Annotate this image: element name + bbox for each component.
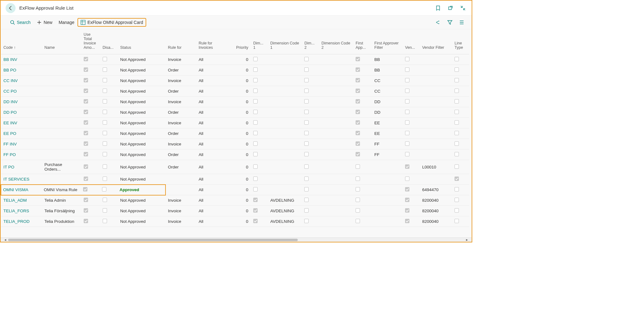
checkbox[interactable] — [356, 67, 360, 72]
checkbox[interactable] — [455, 187, 459, 191]
checkbox[interactable] — [84, 78, 88, 82]
checkbox[interactable] — [103, 208, 107, 213]
col-status[interactable]: Status — [118, 29, 166, 54]
checkbox[interactable] — [405, 198, 409, 202]
checkbox[interactable] — [304, 141, 309, 146]
checkbox[interactable] — [405, 208, 409, 213]
checkbox[interactable] — [304, 99, 309, 103]
checkbox[interactable] — [84, 131, 88, 135]
checkbox[interactable] — [253, 57, 258, 61]
checkbox[interactable] — [455, 78, 459, 82]
table-row[interactable]: DD PONot ApprovedOrderAll0DD — [1, 107, 469, 118]
code-link[interactable]: CC PO — [3, 89, 17, 94]
checkbox[interactable] — [356, 164, 360, 169]
col-first-app-filter[interactable]: First Approver Filter — [372, 29, 403, 54]
checkbox[interactable] — [253, 219, 258, 223]
collapse-button[interactable] — [459, 4, 467, 12]
scroll-left-icon[interactable]: ◄ — [2, 238, 8, 241]
checkbox[interactable] — [253, 99, 258, 103]
checkbox[interactable] — [405, 141, 409, 146]
checkbox[interactable] — [405, 78, 409, 82]
checkbox[interactable] — [304, 131, 309, 135]
code-link[interactable]: DD PO — [3, 110, 17, 115]
scroll-thumb[interactable] — [8, 239, 298, 241]
checkbox[interactable] — [455, 67, 459, 72]
share-button[interactable] — [434, 19, 442, 26]
checkbox[interactable] — [103, 164, 107, 169]
checkbox[interactable] — [84, 57, 88, 61]
checkbox[interactable] — [253, 120, 258, 125]
checkbox[interactable] — [253, 164, 258, 169]
checkbox[interactable] — [304, 164, 309, 169]
checkbox[interactable] — [103, 141, 107, 146]
checkbox[interactable] — [304, 67, 309, 72]
table-row[interactable]: IT SERVICESNot ApprovedAll0 — [1, 174, 469, 185]
checkbox[interactable] — [455, 152, 459, 156]
col-rule-for-invoices[interactable]: Rule for Invoices — [196, 29, 227, 54]
checkbox[interactable] — [356, 110, 360, 114]
checkbox[interactable] — [356, 120, 360, 125]
checkbox[interactable] — [253, 187, 258, 191]
checkbox[interactable] — [304, 78, 309, 82]
checkbox[interactable] — [84, 99, 88, 103]
checkbox[interactable] — [455, 164, 459, 169]
checkbox[interactable] — [356, 99, 360, 103]
code-link[interactable]: EE INV — [3, 121, 17, 125]
table-row[interactable]: TELIA_ADMTelia AdminNot ApprovedInvoiceA… — [1, 195, 469, 206]
checkbox[interactable] — [405, 187, 409, 191]
checkbox[interactable] — [356, 131, 360, 135]
checkbox[interactable] — [356, 198, 360, 202]
horizontal-scrollbar[interactable]: ◄ ► — [1, 237, 472, 242]
checkbox[interactable] — [84, 89, 88, 93]
table-row[interactable]: TELIA_FORSTelia FörsäljningNot ApprovedI… — [1, 206, 469, 216]
checkbox[interactable] — [84, 208, 88, 213]
checkbox[interactable] — [304, 152, 309, 156]
col-vendor-filter[interactable]: Vendor Filter — [420, 29, 452, 54]
table-row[interactable]: CC INVNot ApprovedInvoiceAll0CC — [1, 76, 469, 86]
col-dim-code1[interactable]: Dimension Code 1 — [268, 29, 302, 54]
code-link[interactable]: DD INV — [3, 99, 18, 104]
checkbox[interactable] — [356, 208, 360, 213]
checkbox[interactable] — [84, 198, 88, 202]
col-name[interactable]: Name — [42, 29, 81, 54]
code-link[interactable]: TELIA_FORS — [3, 209, 29, 213]
checkbox[interactable] — [356, 57, 360, 61]
checkbox[interactable] — [356, 89, 360, 93]
bookmark-button[interactable] — [434, 4, 442, 12]
checkbox[interactable] — [253, 208, 258, 213]
checkbox[interactable] — [455, 89, 459, 93]
checkbox[interactable] — [103, 219, 107, 223]
checkbox[interactable] — [103, 177, 107, 181]
table-row[interactable]: TELIA_PRODTelia ProduktionNot ApprovedIn… — [1, 216, 469, 227]
col-first-app[interactable]: First App... — [353, 29, 372, 54]
code-link[interactable]: OMNI VISMA — [3, 187, 28, 192]
checkbox[interactable] — [253, 110, 258, 114]
table-row[interactable]: EE INVNot ApprovedInvoiceAll0EE — [1, 118, 469, 128]
checkbox[interactable] — [405, 120, 409, 125]
code-link[interactable]: FF INV — [3, 142, 17, 146]
table-row[interactable]: OMNI VISMAOMNI Visma RuleApprovedAll0649… — [1, 185, 469, 195]
checkbox[interactable] — [84, 120, 88, 125]
checkbox[interactable] — [84, 110, 88, 114]
col-priority[interactable]: Priority — [227, 29, 251, 54]
code-link[interactable]: IT PO — [3, 165, 14, 169]
col-rule-for[interactable]: Rule for — [166, 29, 196, 54]
code-link[interactable]: IT SERVICES — [3, 177, 30, 182]
checkbox[interactable] — [304, 198, 309, 202]
checkbox[interactable] — [455, 120, 459, 125]
table-row[interactable]: CC PONot ApprovedOrderAll0CC — [1, 86, 469, 97]
checkbox[interactable] — [356, 141, 360, 146]
filter-button[interactable] — [446, 19, 454, 26]
code-link[interactable]: TELIA_PROD — [3, 219, 30, 224]
checkbox[interactable] — [253, 198, 258, 202]
checkbox[interactable] — [103, 78, 107, 82]
checkbox[interactable] — [103, 110, 107, 114]
checkbox[interactable] — [103, 152, 107, 156]
checkbox[interactable] — [304, 57, 309, 61]
code-link[interactable]: BB INV — [3, 57, 17, 62]
checkbox[interactable] — [304, 177, 309, 181]
checkbox[interactable] — [356, 78, 360, 82]
checkbox[interactable] — [356, 177, 360, 181]
code-link[interactable]: TELIA_ADM — [3, 198, 27, 203]
checkbox[interactable] — [304, 89, 309, 93]
